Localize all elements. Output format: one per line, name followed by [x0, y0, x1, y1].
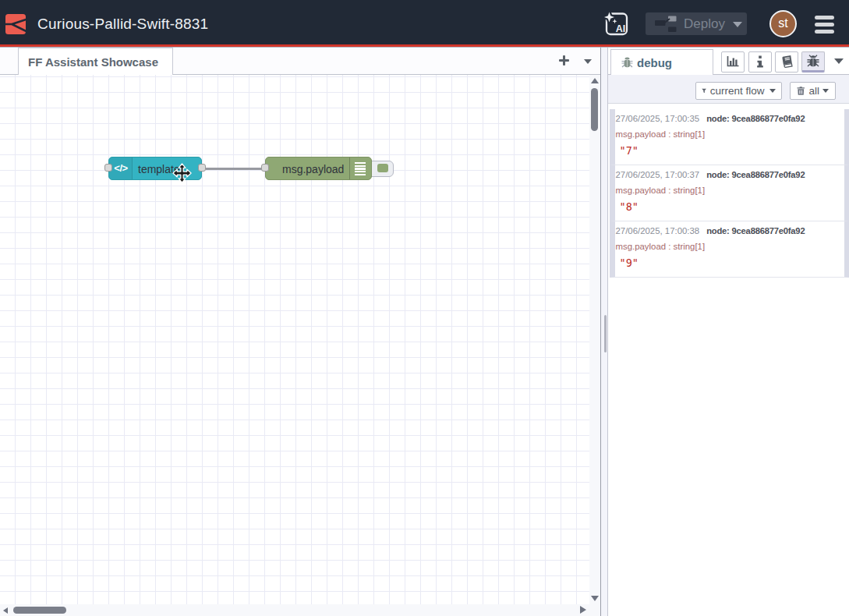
- trash-icon: [797, 86, 805, 96]
- plus-icon: [559, 59, 569, 62]
- debug-message-node-id: node: 9cea886877e0fa92: [706, 226, 805, 235]
- debug-clear-button[interactable]: all: [790, 82, 836, 101]
- debug-message-value: "7": [620, 144, 639, 157]
- header-bar: Curious-Pallid-Swift-8831 AI Deploy st: [0, 0, 849, 44]
- debug-message-property[interactable]: msg.payload : string[1]: [616, 129, 706, 139]
- canvas-horizontal-scrollbar[interactable]: [0, 604, 600, 616]
- debug-message-node-id: node: 9cea886877e0fa92: [706, 114, 805, 123]
- instance-title: Curious-Pallid-Swift-8831: [37, 16, 208, 33]
- deploy-nodes-icon: [655, 16, 677, 33]
- debug-clear-label: all: [808, 85, 819, 97]
- debug-message-meta: 27/06/2025, 17:00:37node: 9cea886877e0fa…: [616, 170, 805, 179]
- deploy-button-label: Deploy: [684, 16, 725, 32]
- debug-message-list: 27/06/2025, 17:00:35node: 9cea886877e0fa…: [608, 109, 849, 278]
- debug-node-label: msg.payload: [282, 163, 344, 175]
- vertical-scrollbar-thumb[interactable]: [591, 88, 598, 131]
- info-icon: [757, 55, 763, 68]
- chevron-down-icon: [822, 89, 829, 93]
- node-debug[interactable]: msg.payload: [265, 157, 372, 180]
- svg-text:AI: AI: [616, 23, 626, 34]
- console-lines-icon: [355, 162, 366, 176]
- debug-message[interactable]: 27/06/2025, 17:00:35node: 9cea886877e0fa…: [610, 109, 849, 165]
- sidebar-tab-debug[interactable]: debug: [610, 49, 713, 75]
- hamburger-icon: [815, 30, 834, 34]
- bar-chart-icon: [726, 55, 740, 68]
- splitter-grip[interactable]: [604, 315, 607, 352]
- code-icon: </>: [109, 162, 133, 174]
- sidebar-options-chevron-icon[interactable]: [834, 58, 844, 64]
- node-red-editor: Curious-Pallid-Swift-8831 AI Deploy st: [0, 0, 849, 616]
- workspace-tab-label: FF Assistant Showcase: [28, 55, 158, 69]
- main-menu-button[interactable]: [815, 16, 834, 34]
- deploy-options-chevron-icon[interactable]: [733, 22, 742, 27]
- horizontal-scrollbar-thumb[interactable]: [13, 607, 66, 614]
- canvas-vertical-scrollbar[interactable]: [589, 75, 600, 616]
- debug-input-port[interactable]: [261, 164, 269, 172]
- sidebar-tab-help-button[interactable]: [775, 51, 798, 73]
- flow-canvas[interactable]: </> template msg.payload: [0, 75, 600, 616]
- debug-message[interactable]: 27/06/2025, 17:00:38node: 9cea886877e0fa…: [610, 221, 849, 278]
- deploy-button[interactable]: Deploy: [646, 12, 747, 35]
- debug-toggle-indicator: [377, 164, 388, 173]
- sidebar-tab-label: debug: [637, 56, 672, 69]
- debug-filter-button[interactable]: current flow: [695, 82, 782, 101]
- debug-message-meta: 27/06/2025, 17:00:35node: 9cea886877e0fa…: [616, 114, 805, 123]
- debug-message-node-id: node: 9cea886877e0fa92: [706, 170, 805, 179]
- debug-filter-label: current flow: [710, 85, 765, 97]
- workspace-tab-ff-assistant-showcase[interactable]: FF Assistant Showcase: [18, 48, 173, 75]
- debug-message[interactable]: 27/06/2025, 17:00:37node: 9cea886877e0fa…: [610, 165, 849, 221]
- workspace-list-button[interactable]: [579, 49, 598, 73]
- scroll-up-arrow-icon[interactable]: [591, 78, 599, 83]
- debug-message-value: "8": [620, 200, 639, 213]
- sidebar-tab-info-button[interactable]: [748, 51, 772, 73]
- sidebar-tab-dashboard-button[interactable]: [721, 51, 745, 73]
- scroll-down-arrow-icon[interactable]: [591, 596, 599, 601]
- debug-message-timestamp: 27/06/2025, 17:00:37: [616, 170, 700, 179]
- bug-icon: [807, 55, 819, 68]
- template-output-port[interactable]: [198, 164, 206, 172]
- bug-icon: [621, 56, 633, 69]
- move-cursor-icon: [172, 163, 192, 184]
- debug-message-timestamp: 27/06/2025, 17:00:38: [616, 226, 700, 235]
- ai-assistant-icon[interactable]: AI: [602, 9, 630, 37]
- debug-message-timestamp: 27/06/2025, 17:00:35: [616, 114, 700, 123]
- template-input-port[interactable]: [104, 164, 112, 172]
- debug-message-property[interactable]: msg.payload : string[1]: [616, 242, 706, 251]
- sidebar-tab-debug-button[interactable]: [801, 51, 825, 73]
- flowfuse-logo-icon[interactable]: [5, 14, 26, 34]
- funnel-icon: [702, 86, 706, 96]
- scroll-left-arrow-icon[interactable]: [3, 607, 8, 614]
- hamburger-icon: [815, 16, 834, 19]
- hamburger-icon: [815, 23, 834, 27]
- debug-message-property[interactable]: msg.payload : string[1]: [616, 186, 706, 195]
- chevron-down-icon: [769, 89, 776, 93]
- wire-template-to-debug[interactable]: [206, 168, 265, 170]
- book-icon: [780, 55, 794, 69]
- add-flow-button[interactable]: [554, 49, 579, 73]
- scroll-right-arrow-icon[interactable]: [580, 606, 586, 614]
- canvas-grid: [0, 75, 589, 604]
- canvas-border: [600, 48, 601, 616]
- debug-message-value: "9": [620, 257, 639, 269]
- user-avatar[interactable]: st: [769, 10, 797, 37]
- chevron-down-icon: [584, 59, 592, 64]
- debug-message-meta: 27/06/2025, 17:00:38node: 9cea886877e0fa…: [616, 226, 805, 235]
